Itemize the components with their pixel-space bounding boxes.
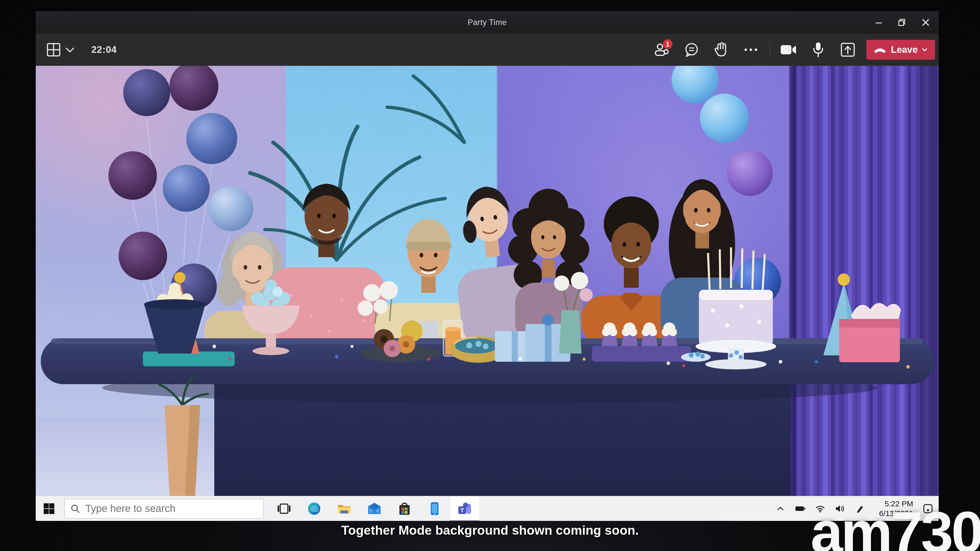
minimize-icon: [873, 17, 884, 27]
battery-button[interactable]: [794, 500, 807, 518]
toolbar-divider: [770, 41, 770, 58]
am730-watermark: am730: [811, 503, 980, 551]
teams-button[interactable]: T: [450, 496, 480, 521]
taskbar-search[interactable]: [64, 499, 264, 519]
video-frame: Party Time: [0, 0, 980, 551]
microphone-icon: [813, 42, 824, 58]
close-button[interactable]: [916, 14, 935, 31]
window-controls: [869, 11, 935, 34]
minimize-button[interactable]: [869, 14, 888, 31]
leave-button[interactable]: Leave: [866, 40, 935, 60]
leave-chevron-icon: [922, 48, 928, 52]
teal-napkin: [143, 351, 235, 366]
search-icon: [70, 504, 80, 513]
together-mode-stage: [36, 66, 939, 496]
edge-icon: [307, 502, 321, 515]
more-icon: [743, 47, 759, 52]
svg-text:T: T: [460, 507, 464, 513]
title-bar: Party Time: [36, 11, 939, 34]
hang-up-icon: [873, 46, 887, 53]
participants-button[interactable]: 1: [651, 39, 673, 61]
hidden-icons-button[interactable]: [774, 500, 787, 518]
leave-label: Leave: [891, 44, 918, 55]
chat-button[interactable]: [681, 39, 703, 61]
battery-icon: [795, 505, 805, 512]
your-phone-icon: [430, 502, 439, 516]
restore-icon: [897, 17, 907, 27]
search-input[interactable]: [85, 503, 248, 514]
gallery-grid-icon: [46, 43, 76, 57]
mail-icon: [368, 503, 381, 514]
close-icon: [921, 17, 931, 27]
more-button[interactable]: [740, 39, 762, 61]
teams-window: Party Time: [36, 11, 939, 521]
your-phone-button[interactable]: [420, 496, 450, 521]
share-screen-button[interactable]: [837, 39, 859, 61]
file-explorer-button[interactable]: [329, 496, 360, 521]
party-scene: [36, 66, 939, 496]
microphone-button[interactable]: [807, 39, 829, 61]
share-screen-icon: [840, 42, 855, 57]
participants-badge: 1: [663, 39, 673, 49]
window-title: Party Time: [468, 18, 507, 27]
view-switcher-button[interactable]: [45, 39, 78, 61]
video-caption: Together Mode background shown coming so…: [341, 523, 639, 538]
chevron-down-icon: [66, 48, 73, 52]
curtain: [791, 66, 939, 496]
camera-button[interactable]: [778, 39, 800, 61]
chat-icon: [684, 42, 699, 57]
meeting-timer: 22:04: [91, 44, 117, 55]
taskbar-apps: T: [269, 496, 480, 521]
meeting-toolbar: 22:04 1: [36, 34, 939, 66]
windows-taskbar: T: [36, 496, 939, 521]
mail-button[interactable]: [360, 496, 390, 521]
raise-hand-button[interactable]: [710, 39, 732, 61]
task-view-icon: [278, 503, 290, 514]
camera-icon: [780, 44, 797, 56]
store-icon: [398, 502, 410, 515]
store-button[interactable]: [390, 496, 420, 521]
start-button[interactable]: [36, 496, 62, 521]
teams-icon: T: [458, 502, 472, 515]
raise-hand-icon: [714, 42, 729, 57]
chevron-up-icon: [776, 506, 784, 511]
file-explorer-icon: [337, 503, 351, 514]
task-view-button[interactable]: [269, 496, 299, 521]
restore-button[interactable]: [893, 14, 912, 31]
edge-button[interactable]: [299, 496, 329, 521]
windows-logo-icon: [43, 503, 55, 514]
